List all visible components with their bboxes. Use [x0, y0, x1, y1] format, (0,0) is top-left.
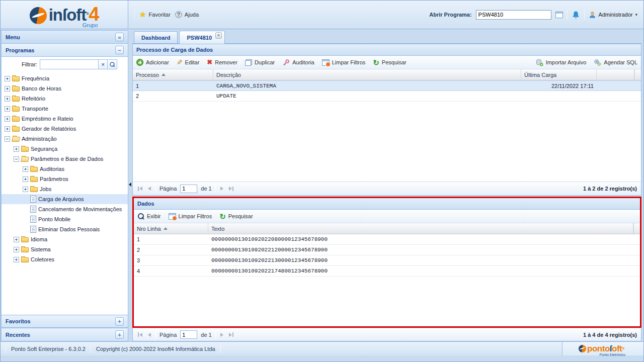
tab-bar: Dashboard PSW4810 × [132, 30, 641, 44]
cell-nro-linha: 3 [134, 255, 208, 265]
adicionar-button[interactable]: Adicionar [136, 59, 169, 66]
button-label: Pesquisar [228, 213, 253, 219]
column-header-processo[interactable]: Processo [133, 69, 213, 80]
tree-node-parametros-e-base-de-dados[interactable]: Parâmetros e Base de Dados [2, 154, 128, 164]
user-menu[interactable]: Administrador ▾ [589, 11, 637, 19]
footer-texts: Ponto Soft Enterprise - 6.3.0.2 Copyrigh… [1, 345, 562, 353]
expand-plus-icon[interactable] [14, 257, 19, 262]
pesquisar-button[interactable]: ↻Pesquisar [219, 213, 253, 220]
tree-label: Idioma [31, 236, 47, 242]
collapse-minus-icon[interactable] [14, 156, 19, 162]
expand-recentes-button[interactable]: + [115, 330, 124, 339]
tree-node-auditorias[interactable]: Auditorias [2, 164, 128, 174]
dados-row-4[interactable]: 4 00000000130109202217480012345678900 [134, 266, 640, 277]
tree-node-administracao[interactable]: Administração [2, 134, 128, 144]
tree-node-jobs[interactable]: Jobs [2, 184, 128, 194]
first-page-button[interactable] [137, 331, 143, 338]
dados-row-2[interactable]: 2 00000000130109202212000012345678900 [134, 245, 640, 255]
tree-node-refeitorio[interactable]: Refeitório [2, 94, 128, 104]
expand-plus-icon[interactable] [23, 166, 28, 172]
tree-node-seguranca[interactable]: Segurança [2, 144, 128, 154]
expand-plus-icon[interactable] [5, 126, 10, 132]
tree-node-gerador-de-relatorios[interactable]: Gerador de Relatórios [2, 124, 128, 134]
agendar-sql-button[interactable]: Agendar SQL [594, 59, 637, 66]
importar-arquivo-button[interactable]: Importar Arquivo [536, 59, 587, 66]
tab-dashboard[interactable]: Dashboard [134, 31, 178, 43]
notifications-bell-icon[interactable] [572, 11, 580, 19]
splitter-collapse-arrow-icon[interactable] [129, 183, 131, 187]
duplicar-button[interactable]: Duplicar [245, 59, 275, 66]
tree-label: Auditorias [40, 166, 64, 172]
expand-plus-icon[interactable] [14, 237, 19, 242]
auditoria-button[interactable]: Auditoria [282, 59, 314, 66]
remover-button[interactable]: ✖Remover [207, 59, 237, 65]
tree-node-cancelamento-de-movimentacoes[interactable]: Cancelamento de Movimentações [2, 204, 128, 214]
expand-plus-icon[interactable] [5, 96, 10, 102]
expand-plus-icon[interactable] [23, 176, 28, 182]
expand-plus-icon[interactable] [5, 76, 10, 81]
tree-node-ponto-mobile[interactable]: Ponto Mobile [2, 214, 128, 224]
column-header-texto[interactable]: Texto [208, 223, 633, 234]
limpar-filtros-button[interactable]: Limpar Filtros [322, 59, 366, 66]
first-page-button[interactable] [137, 186, 143, 192]
last-page-button[interactable] [228, 331, 234, 338]
tree-node-eliminar-dados-pessoais[interactable]: Eliminar Dados Pessoais [2, 224, 128, 234]
prev-page-button[interactable] [147, 186, 152, 192]
cell-nro-linha: 1 [134, 234, 208, 244]
tab-label: Dashboard [141, 35, 170, 41]
dados-row-1[interactable]: 1 00000000130109202208000012345678900 [134, 234, 640, 245]
page-number-input[interactable] [180, 185, 197, 193]
tree-node-emprestimo-e-rateio[interactable]: Empréstimo e Rateio [2, 114, 128, 124]
tree-node-idioma[interactable]: Idioma [2, 234, 128, 244]
tree-node-carga-de-arquivos[interactable]: Carga de Arquivos [2, 194, 128, 204]
tree-node-banco-de-horas[interactable]: Banco de Horas [2, 83, 128, 94]
prev-page-button[interactable] [147, 332, 152, 338]
processo-row-1[interactable]: 1 CARGA_NOVO_SISTEMA 22/11/2022 17:11 [133, 80, 641, 91]
editar-button[interactable]: ✎Editar [177, 59, 199, 65]
page-number-input[interactable] [180, 330, 197, 339]
collapse-sidebar-button[interactable]: « [115, 33, 124, 41]
next-page-button[interactable] [219, 186, 224, 192]
recentes-header[interactable]: Recentes + [2, 328, 128, 341]
processo-carga-panel-header: Processo de Carga de Dados [133, 44, 641, 56]
button-label: Remover [215, 59, 237, 65]
tree-node-transporte[interactable]: Transporte [2, 104, 128, 114]
expand-favoritos-button[interactable]: + [115, 317, 124, 326]
limpar-filtros-button[interactable]: Limpar Filtros [169, 213, 212, 220]
tree-node-parametros[interactable]: Parâmetros [2, 174, 128, 184]
tree-node-coletores[interactable]: Coletores [2, 254, 128, 264]
tab-psw4810[interactable]: PSW4810 × [179, 31, 225, 44]
ajuda-button[interactable]: ? Ajuda [175, 11, 199, 18]
favoritos-header[interactable]: Favoritos + [2, 315, 128, 328]
collapse-minus-icon[interactable] [5, 136, 10, 142]
open-program-icon[interactable] [555, 12, 563, 18]
search-filter-button[interactable] [108, 59, 117, 69]
pagina-label: Página [159, 332, 177, 338]
column-header-nro-linha[interactable]: Nro Linha [134, 223, 208, 234]
column-header-ultima-carga[interactable]: Última Carga [521, 69, 597, 80]
next-page-button[interactable] [219, 332, 224, 338]
tree-node-frequencia[interactable]: Frequência [2, 73, 128, 83]
pesquisar-button[interactable]: ↻Pesquisar [373, 59, 407, 66]
exibir-button[interactable]: Exibir [137, 213, 161, 220]
abrir-programa-input[interactable] [476, 10, 551, 20]
collapse-programas-button[interactable]: − [115, 46, 124, 54]
clear-filter-button[interactable]: × [98, 59, 108, 69]
tree-label: Parâmetros [40, 176, 68, 182]
expand-plus-icon[interactable] [5, 86, 10, 92]
expand-plus-icon[interactable] [5, 106, 10, 112]
expand-plus-icon[interactable] [14, 247, 19, 252]
favoritar-button[interactable]: ★ Favoritar [139, 11, 171, 18]
close-tab-icon[interactable]: × [215, 32, 222, 39]
last-page-button[interactable] [228, 186, 234, 192]
column-header-descricao[interactable]: Descrição [213, 69, 521, 80]
expand-plus-icon[interactable] [5, 116, 10, 122]
dados-row-3[interactable]: 3 00000000130109202213000012345678900 [134, 255, 640, 266]
sidebar-splitter[interactable] [128, 30, 132, 341]
expand-plus-icon[interactable] [23, 187, 28, 192]
application-window: inſoft®4 Grupo ★ Favoritar ? Ajuda Abrir… [0, 0, 644, 362]
filter-input[interactable] [40, 59, 98, 69]
tree-node-sistema[interactable]: Sistema [2, 244, 128, 254]
expand-plus-icon[interactable] [14, 146, 19, 152]
processo-row-2[interactable]: 2 UPDATE [133, 91, 641, 102]
